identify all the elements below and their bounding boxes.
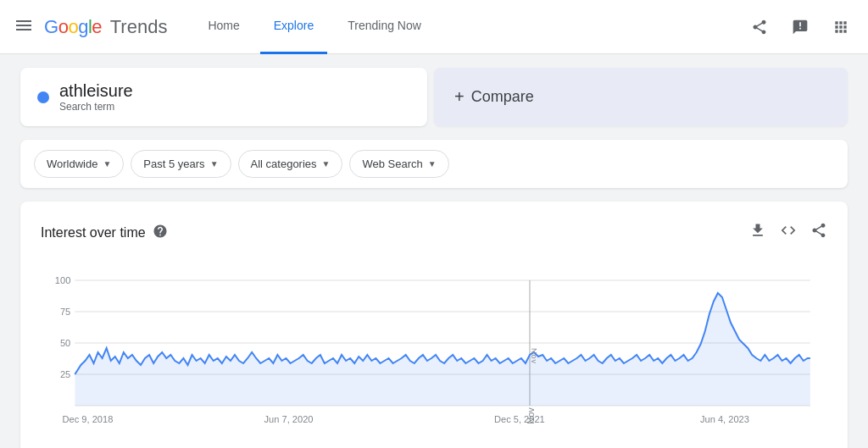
svg-text:Jun 4, 2023: Jun 4, 2023 — [700, 414, 749, 424]
interest-over-time-card: Interest over time — [20, 202, 848, 448]
svg-text:Jun 7, 2020: Jun 7, 2020 — [264, 414, 314, 424]
chart-title-area: Interest over time — [41, 224, 168, 241]
header: Google Trends Home Explore Trending Now — [0, 0, 868, 54]
share-chart-icon[interactable] — [810, 222, 827, 243]
cat-filter-arrow: ▼ — [322, 159, 331, 169]
menu-icon[interactable] — [14, 15, 34, 38]
geo-filter-arrow: ▼ — [103, 159, 111, 169]
apps-icon[interactable] — [827, 14, 854, 41]
filters-area: Worldwide ▼ Past 5 years ▼ All categorie… — [20, 140, 848, 188]
compare-label: Compare — [471, 88, 534, 106]
compare-card[interactable]: + Compare — [434, 68, 848, 126]
search-area: athleisure Search term + Compare — [20, 68, 848, 126]
help-icon[interactable] — [153, 224, 168, 241]
compare-plus-icon: + — [454, 87, 465, 107]
share-icon[interactable] — [746, 14, 773, 41]
search-type-filter-arrow: ▼ — [428, 159, 437, 169]
nav-trending-now[interactable]: Trending Now — [334, 0, 435, 54]
time-filter-arrow: ▼ — [210, 159, 219, 169]
svg-text:100: 100 — [55, 275, 70, 285]
svg-text:50: 50 — [60, 338, 70, 348]
trend-chart-svg: 100 75 50 25 Nov Dec 9, 2018 Jun 7, 2020… — [41, 263, 827, 433]
geo-filter[interactable]: Worldwide ▼ — [34, 150, 124, 178]
time-filter[interactable]: Past 5 years ▼ — [131, 150, 231, 178]
chart-title: Interest over time — [41, 225, 146, 241]
main-content: athleisure Search term + Compare Worldwi… — [0, 54, 868, 448]
download-icon[interactable] — [749, 222, 766, 243]
search-term-value: athleisure — [59, 81, 133, 101]
cat-filter[interactable]: All categories ▼ — [238, 150, 343, 178]
chart-container: 100 75 50 25 Nov Dec 9, 2018 Jun 7, 2020… — [41, 263, 827, 435]
main-nav: Home Explore Trending Now — [194, 0, 746, 54]
chart-actions — [749, 222, 827, 243]
chart-header: Interest over time — [41, 222, 827, 243]
svg-text:Dec 5, 2021: Dec 5, 2021 — [494, 414, 545, 424]
nav-explore[interactable]: Explore — [260, 0, 327, 54]
search-type-filter[interactable]: Web Search ▼ — [349, 150, 448, 178]
search-term-info: athleisure Search term — [59, 81, 133, 113]
embed-icon[interactable] — [780, 222, 797, 243]
search-term-type: Search term — [59, 101, 133, 113]
search-term-dot — [37, 91, 49, 103]
search-term-card: athleisure Search term — [20, 68, 427, 126]
feedback-icon[interactable] — [787, 14, 814, 41]
svg-text:Dec 9, 2018: Dec 9, 2018 — [63, 414, 114, 424]
svg-text:Nov: Nov — [530, 348, 538, 364]
nav-home[interactable]: Home — [194, 0, 253, 54]
header-actions — [746, 14, 854, 41]
google-trends-logo[interactable]: Google Trends — [44, 16, 167, 38]
svg-text:75: 75 — [60, 307, 70, 317]
svg-text:25: 25 — [60, 369, 70, 379]
